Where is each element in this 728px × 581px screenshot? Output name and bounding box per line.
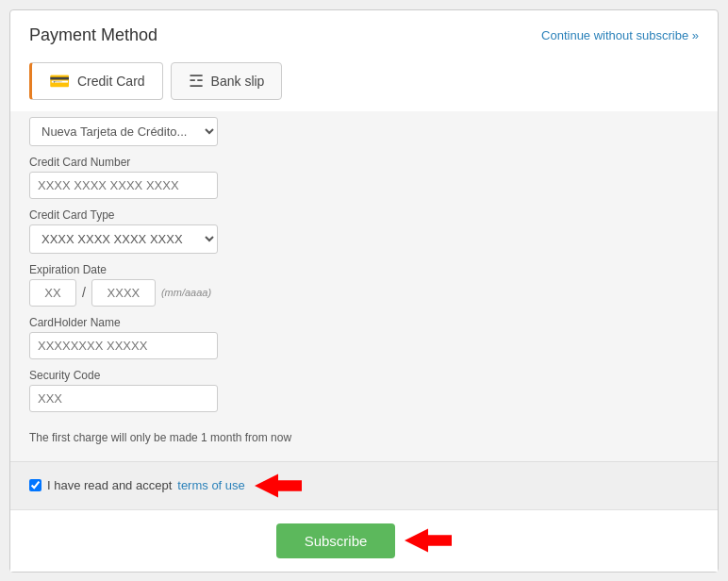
expiry-label: Expiration Date [29,263,699,276]
terms-checkbox[interactable] [29,479,41,491]
modal-header: Payment Method Continue without subscrib… [10,10,718,55]
new-card-group: Nueva Tarjeta de Crédito... [29,117,699,146]
arrow-subscribe-icon [405,526,452,555]
security-label: Security Code [29,369,699,382]
terms-row: I have read and accept terms of use [29,478,245,492]
security-group: Security Code [29,369,699,412]
bank-slip-icon: ☲ [189,71,204,91]
card-type-label: Credit Card Type [29,208,699,222]
terms-of-use-link[interactable]: terms of use [177,478,245,492]
tab-bank-slip[interactable]: ☲ Bank slip [171,62,283,100]
subscribe-button[interactable]: Subscribe [276,523,396,558]
card-type-group: Credit Card Type XXXX XXXX XXXX XXXX [29,208,699,254]
footer-area: I have read and accept terms of use [10,461,718,509]
new-card-select[interactable]: Nueva Tarjeta de Crédito... [29,117,218,146]
card-number-input[interactable] [29,172,218,199]
tab-credit-card[interactable]: 💳 Credit Card [29,62,163,100]
form-area: Nueva Tarjeta de Crédito... Credit Card … [10,111,718,461]
card-number-label: Credit Card Number [29,156,699,169]
terms-text: I have read and accept [47,478,172,492]
card-type-select[interactable]: XXXX XXXX XXXX XXXX [29,224,218,254]
expiry-slash: / [82,285,86,300]
credit-card-icon: 💳 [49,71,70,91]
terms-container: I have read and accept terms of use [29,472,699,500]
continue-without-subscribe-link[interactable]: Continue without subscribe » [541,28,699,42]
charge-notice: The first charge will only be made 1 mon… [29,422,699,450]
security-input[interactable] [29,385,218,412]
tab-bank-slip-label: Bank slip [211,74,265,89]
expiry-month-input[interactable] [29,279,76,307]
cardholder-label: CardHolder Name [29,316,699,329]
expiry-group: Expiration Date / (mm/aaaa) [29,263,699,307]
tab-credit-card-label: Credit Card [77,74,145,89]
svg-marker-1 [405,529,452,553]
expiry-year-input[interactable] [91,279,156,307]
page-title: Payment Method [29,25,157,45]
expiry-row: / (mm/aaaa) [29,279,699,307]
tabs-row: 💳 Credit Card ☲ Bank slip [10,55,718,111]
cardholder-group: CardHolder Name [29,316,699,359]
cardholder-input[interactable] [29,332,218,359]
expiry-hint: (mm/aaaa) [161,287,211,298]
subscribe-row: Subscribe [10,509,718,572]
arrow-terms-icon [255,472,302,500]
subscribe-container: Subscribe [276,523,453,558]
payment-modal: Payment Method Continue without subscrib… [9,9,719,573]
svg-marker-0 [255,473,302,497]
card-number-group: Credit Card Number [29,156,699,199]
